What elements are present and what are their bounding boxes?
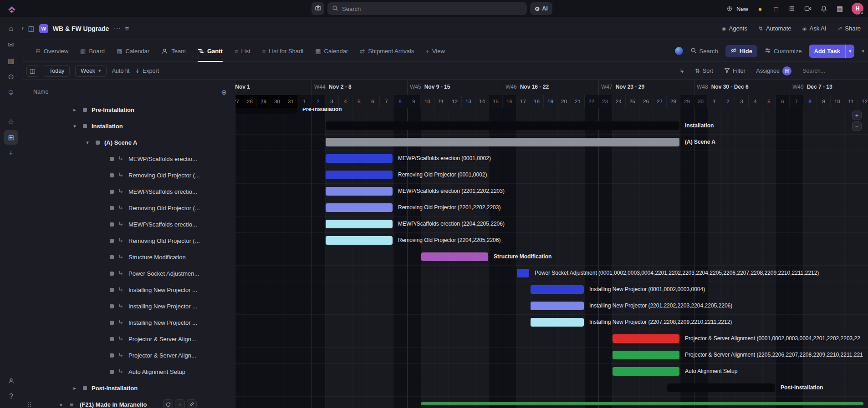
task-row[interactable]: Installing New Projector ... xyxy=(22,314,235,331)
assignee-filter[interactable]: Assignee H xyxy=(756,66,791,76)
gantt-bar[interactable] xyxy=(421,252,488,261)
space-sphere-icon[interactable] xyxy=(675,47,683,55)
gantt-bar[interactable] xyxy=(517,269,529,277)
panel-toggle-icon[interactable]: ◫ xyxy=(26,65,38,77)
view-search-button[interactable]: Search xyxy=(690,47,718,55)
rail-item-invite[interactable] xyxy=(4,373,19,388)
screenshot-button[interactable] xyxy=(311,2,324,15)
drag-handle-icon[interactable] xyxy=(28,401,31,408)
gantt-bar[interactable] xyxy=(326,187,393,196)
gantt-bar[interactable] xyxy=(326,121,679,130)
collapse-arrow-icon[interactable]: ▾ xyxy=(84,140,91,146)
clips-icon[interactable] xyxy=(804,5,812,13)
task-row[interactable]: ▾(A) Scene A xyxy=(22,134,235,151)
add-icon[interactable]: + xyxy=(175,399,185,408)
apps-icon[interactable]: ▦ xyxy=(836,5,844,13)
rail-item-dashboards[interactable]: ▥ xyxy=(4,53,18,68)
ai-button[interactable]: ⚙ AI xyxy=(530,2,552,15)
gantt-bar[interactable] xyxy=(326,171,393,179)
gantt-bar[interactable] xyxy=(531,302,584,310)
title-more-icon[interactable]: ⋯ xyxy=(113,25,120,33)
expand-arrow-icon[interactable]: ▸ xyxy=(58,402,65,408)
tab-board[interactable]: ▥Board xyxy=(80,40,105,62)
automate-button[interactable]: ↯ Automate xyxy=(758,25,791,32)
rail-item-create-space[interactable]: + xyxy=(4,146,18,161)
task-row[interactable]: Installing New Projector ... xyxy=(22,298,235,314)
add-task-chevron-icon[interactable]: ▾ xyxy=(845,45,855,58)
gantt-bar[interactable] xyxy=(326,220,393,228)
global-search-input[interactable]: Search xyxy=(327,2,527,15)
task-row[interactable]: Auto Alignment Setup xyxy=(22,363,235,380)
gantt-bar[interactable] xyxy=(613,334,679,343)
dependencies-icon[interactable]: ↳ xyxy=(679,67,684,74)
task-row[interactable]: Structure Modification xyxy=(22,249,235,265)
task-row[interactable]: Power Socket Adjustmen... xyxy=(22,265,235,282)
clickup-logo[interactable] xyxy=(6,3,17,14)
expand-arrow-icon[interactable]: ▸ xyxy=(71,108,78,113)
add-task-button[interactable]: Add Task ▾ xyxy=(809,45,854,58)
rail-item-more[interactable]: ☺ xyxy=(4,85,18,100)
rail-item-spaces[interactable]: ⊞ xyxy=(4,130,18,145)
today-button[interactable]: Today xyxy=(44,65,70,77)
sidebar-toggle-icon[interactable]: ◫ xyxy=(28,25,35,33)
gantt-bar[interactable] xyxy=(235,108,297,114)
export-button[interactable]: ↧ Export xyxy=(135,67,159,74)
add-column-icon[interactable]: ⊕ xyxy=(221,88,227,96)
rail-item-inbox[interactable]: ✉ xyxy=(4,37,18,52)
gantt-bar[interactable] xyxy=(326,203,393,212)
auto-fit-button[interactable]: Auto fit xyxy=(112,68,130,74)
package-icon[interactable]: □ xyxy=(772,5,780,13)
dashboards-icon[interactable]: ⊞ xyxy=(788,5,796,13)
sort-button[interactable]: ⇅ Sort xyxy=(695,67,713,74)
task-row[interactable]: MEWP/Scaffolds erectio... xyxy=(22,151,235,167)
expand-arrow-icon[interactable]: ▸ xyxy=(71,385,78,391)
tab-shipment-arrivals[interactable]: ⇄Shipment Arrivals xyxy=(360,40,414,62)
hide-button[interactable]: Hide xyxy=(725,45,757,57)
zoom-level-select[interactable]: Week ▾ xyxy=(75,65,106,77)
task-row[interactable]: ▸≡(F21) Made in Maranello+ xyxy=(22,396,235,408)
description-icon[interactable]: ≡ xyxy=(125,25,129,32)
filter-button[interactable]: Filter xyxy=(724,67,745,75)
status-icon[interactable]: ● xyxy=(756,5,764,13)
gantt-bar[interactable] xyxy=(531,318,584,327)
tab-team[interactable]: Team xyxy=(161,40,186,62)
task-row[interactable]: MEWP/Scaffolds erectio... xyxy=(22,216,235,232)
task-row[interactable]: Projector & Server Align... xyxy=(22,331,235,347)
gantt-bar[interactable] xyxy=(531,285,584,294)
tabbar-overflow-chevron-icon[interactable]: ▾ xyxy=(862,48,864,54)
task-row[interactable]: Removing Old Projector (... xyxy=(22,167,235,183)
rail-item-home[interactable]: ⌂ xyxy=(4,21,18,36)
tab-overview[interactable]: ⊞Overview xyxy=(36,40,68,62)
task-row[interactable]: Removing Old Projector (... xyxy=(22,232,235,249)
task-row[interactable]: ▾Installation xyxy=(22,118,235,134)
task-row[interactable]: Removing Old Projector (... xyxy=(22,200,235,216)
gantt-bar[interactable] xyxy=(326,154,393,163)
gantt-search-input[interactable] xyxy=(802,68,862,74)
gantt-bar[interactable] xyxy=(613,351,679,359)
notifications-icon[interactable] xyxy=(820,5,828,13)
gantt-bar[interactable] xyxy=(326,138,679,146)
rail-item-favorites[interactable]: ☆ xyxy=(4,114,18,129)
ask-ai-button[interactable]: ◈ Ask AI xyxy=(802,25,827,32)
zoom-in-button[interactable]: + xyxy=(852,111,862,120)
gantt-bar[interactable] xyxy=(613,367,679,376)
customize-button[interactable]: Customize xyxy=(765,47,802,55)
share-button[interactable]: ↗ Share xyxy=(837,25,861,32)
gantt-bar[interactable] xyxy=(667,383,775,392)
tab-calendar[interactable]: ▦Calendar xyxy=(315,40,348,62)
collapse-arrow-icon[interactable]: ▾ xyxy=(71,123,78,129)
add-view-button[interactable]: +View xyxy=(426,48,445,55)
task-row[interactable]: Installing New Projector ... xyxy=(22,282,235,298)
new-button[interactable]: ⊕ New xyxy=(725,5,748,13)
task-row[interactable]: ▸Pre-Installation xyxy=(22,108,235,118)
edit-icon[interactable] xyxy=(187,399,197,408)
tab-list-for-shadi[interactable]: ≡List for Shadi xyxy=(262,40,303,62)
task-row[interactable]: MEWP/Scaffolds erectio... xyxy=(22,183,235,200)
task-row[interactable]: ▸Post-Installation xyxy=(22,380,235,396)
gantt-bar[interactable] xyxy=(326,236,393,245)
tab-gantt[interactable]: Gantt xyxy=(198,40,223,62)
rail-item-help[interactable]: ? xyxy=(4,389,19,404)
tab-list[interactable]: ≡List xyxy=(235,40,250,62)
refresh-icon[interactable] xyxy=(163,399,173,408)
task-row[interactable]: Projector & Server Align... xyxy=(22,347,235,363)
